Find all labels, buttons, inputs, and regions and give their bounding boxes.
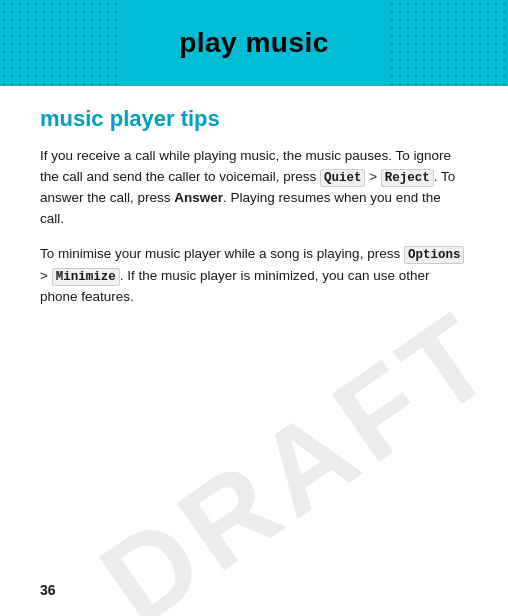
para2-text-before-options: To minimise your music player while a so…: [40, 246, 404, 261]
options-key: Options: [404, 246, 465, 264]
minimize-key: Minimize: [52, 268, 120, 286]
body-text: If you receive a call while playing musi…: [40, 146, 468, 308]
paragraph-1: If you receive a call while playing musi…: [40, 146, 468, 230]
header-decoration-right: [388, 0, 508, 86]
page-content: music player tips If you receive a call …: [0, 86, 508, 342]
page-header: play music: [0, 0, 508, 86]
page-number: 36: [40, 582, 56, 598]
section-title: music player tips: [40, 106, 468, 132]
para1-sep1: >: [365, 169, 380, 184]
header-decoration-left: [0, 0, 120, 86]
answer-key: Answer: [174, 190, 223, 205]
para2-sep2: >: [40, 268, 52, 283]
page-title: play music: [179, 27, 329, 59]
paragraph-2: To minimise your music player while a so…: [40, 244, 468, 308]
quiet-key: Quiet: [320, 169, 366, 187]
reject-key: Reject: [381, 169, 434, 187]
